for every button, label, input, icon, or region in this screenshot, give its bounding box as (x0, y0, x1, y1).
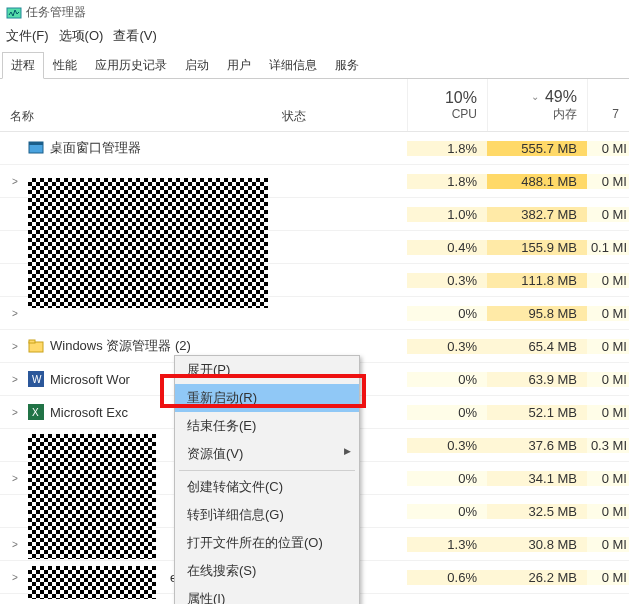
process-name: Microsoft Exc (50, 405, 128, 420)
context-menu: 展开(P)重新启动(R)结束任务(E)资源值(V)▶创建转储文件(C)转到详细信… (174, 355, 360, 604)
cpu-cell: 1.8% (407, 141, 487, 156)
disk-cell: 0.3 MI (587, 438, 629, 453)
tabstrip: 进程性能应用历史记录启动用户详细信息服务 (0, 51, 629, 79)
disk-cell: 0 MI (587, 504, 629, 519)
cpu-cell: 0.6% (407, 570, 487, 585)
cpu-cell: 0.4% (407, 240, 487, 255)
cpu-cell: 0.3% (407, 273, 487, 288)
menubar: 文件(F) 选项(O) 查看(V) (0, 25, 629, 51)
col-status[interactable]: 状态 (272, 79, 407, 131)
cpu-cell: 0% (407, 306, 487, 321)
col-cpu[interactable]: 10% CPU (407, 79, 487, 131)
cpu-cell: 1.3% (407, 537, 487, 552)
process-name: Microsoft Wor (50, 372, 130, 387)
explorer-icon (28, 338, 44, 354)
menu-file[interactable]: 文件(F) (6, 27, 49, 45)
tab-1[interactable]: 性能 (44, 52, 86, 79)
tab-3[interactable]: 启动 (176, 52, 218, 79)
mem-cell: 555.7 MB (487, 141, 587, 156)
expand-chevron-icon[interactable]: > (12, 176, 24, 187)
tab-0[interactable]: 进程 (2, 52, 44, 79)
disk-cell: 0 MI (587, 339, 629, 354)
titlebar: 任务管理器 (0, 0, 629, 25)
censor-block (28, 178, 268, 308)
disk-cell: 0 MI (587, 207, 629, 222)
mem-cell: 155.9 MB (487, 240, 587, 255)
menu-options[interactable]: 选项(O) (59, 27, 104, 45)
context-menu-item[interactable]: 属性(I) (175, 585, 359, 604)
disk-cell: 0 MI (587, 471, 629, 486)
cpu-cell: 0% (407, 504, 487, 519)
mem-cell: 65.4 MB (487, 339, 587, 354)
mem-cell: 52.1 MB (487, 405, 587, 420)
context-menu-item[interactable]: 转到详细信息(G) (175, 501, 359, 529)
context-menu-item[interactable]: 展开(P) (175, 356, 359, 384)
context-menu-item[interactable]: 打开文件所在的位置(O) (175, 529, 359, 557)
tab-2[interactable]: 应用历史记录 (86, 52, 176, 79)
mem-cell: 488.1 MB (487, 174, 587, 189)
cpu-cell: 0% (407, 471, 487, 486)
sort-chevron-icon: ⌄ (531, 91, 539, 102)
svg-text:X: X (32, 407, 39, 418)
context-menu-item[interactable]: 结束任务(E) (175, 412, 359, 440)
expand-chevron-icon[interactable]: > (12, 407, 24, 418)
taskmgr-icon (6, 5, 22, 21)
disk-cell: 0.1 MI (587, 240, 629, 255)
excel-icon: X (28, 404, 44, 420)
menu-separator (179, 470, 355, 471)
svg-rect-2 (29, 142, 43, 145)
window-title: 任务管理器 (26, 4, 86, 21)
disk-cell: 0 MI (587, 570, 629, 585)
mem-cell: 34.1 MB (487, 471, 587, 486)
disk-cell: 0 MI (587, 306, 629, 321)
col-disk[interactable]: 7 (587, 79, 629, 131)
menu-view[interactable]: 查看(V) (113, 27, 156, 45)
context-menu-item[interactable]: 创建转储文件(C) (175, 473, 359, 501)
svg-rect-4 (29, 340, 35, 343)
expand-chevron-icon[interactable]: > (12, 539, 24, 550)
cpu-cell: 0.3% (407, 339, 487, 354)
censor-block (28, 434, 156, 559)
mem-cell: 382.7 MB (487, 207, 587, 222)
col-name[interactable]: 名称 (0, 79, 272, 131)
word-icon: W (28, 371, 44, 387)
mem-cell: 63.9 MB (487, 372, 587, 387)
cpu-cell: 1.0% (407, 207, 487, 222)
context-menu-item[interactable]: 在线搜索(S) (175, 557, 359, 585)
context-menu-item[interactable]: 资源值(V)▶ (175, 440, 359, 468)
expand-chevron-icon[interactable]: > (12, 473, 24, 484)
table-row[interactable]: 桌面窗口管理器1.8%555.7 MB0 MI (0, 132, 629, 165)
dwm-icon (28, 140, 44, 156)
disk-cell: 0 MI (587, 174, 629, 189)
expand-chevron-icon[interactable]: > (12, 341, 24, 352)
disk-cell: 0 MI (587, 372, 629, 387)
censor-block (28, 566, 156, 599)
submenu-arrow-icon: ▶ (344, 446, 351, 456)
col-mem[interactable]: ⌄49% 内存 (487, 79, 587, 131)
disk-cell: 0 MI (587, 273, 629, 288)
disk-cell: 0 MI (587, 537, 629, 552)
mem-cell: 30.8 MB (487, 537, 587, 552)
tab-4[interactable]: 用户 (218, 52, 260, 79)
expand-chevron-icon[interactable]: > (12, 308, 24, 319)
cpu-cell: 0.3% (407, 438, 487, 453)
disk-cell: 0 MI (587, 405, 629, 420)
expand-chevron-icon[interactable]: > (12, 374, 24, 385)
cpu-cell: 0% (407, 372, 487, 387)
cpu-cell: 1.8% (407, 174, 487, 189)
column-headers: 名称 状态 10% CPU ⌄49% 内存 7 (0, 79, 629, 132)
mem-cell: 26.2 MB (487, 570, 587, 585)
mem-cell: 32.5 MB (487, 504, 587, 519)
context-menu-item[interactable]: 重新启动(R) (175, 384, 359, 412)
svg-text:W: W (32, 374, 42, 385)
tab-5[interactable]: 详细信息 (260, 52, 326, 79)
mem-cell: 111.8 MB (487, 273, 587, 288)
process-name: 桌面窗口管理器 (50, 139, 141, 157)
mem-cell: 95.8 MB (487, 306, 587, 321)
cpu-cell: 0% (407, 405, 487, 420)
expand-chevron-icon[interactable]: > (12, 572, 24, 583)
tab-6[interactable]: 服务 (326, 52, 368, 79)
process-name: Windows 资源管理器 (2) (50, 337, 191, 355)
disk-cell: 0 MI (587, 141, 629, 156)
mem-cell: 37.6 MB (487, 438, 587, 453)
